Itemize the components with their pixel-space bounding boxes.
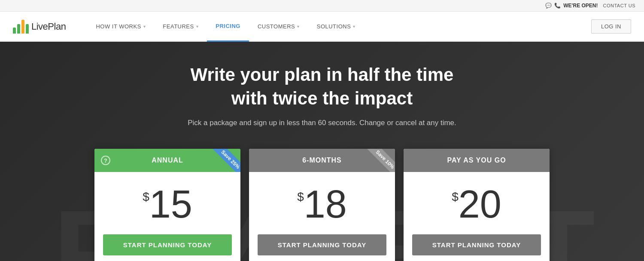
hero-subtitle: Pick a package and sign up in less than …	[188, 119, 456, 127]
logo-bar-4	[26, 24, 29, 34]
logo-text: LivePlan	[31, 21, 66, 32]
contact-us-link[interactable]: CONTACT US	[603, 3, 636, 8]
annual-header-title: ANNUAL	[152, 157, 183, 164]
card-body-annual: $ 15 START PLANNING TODAY Per month, bil…	[94, 172, 240, 261]
help-icon-annual[interactable]: ?	[101, 156, 110, 165]
pricing-card-pay-as-you-go: PAY AS YOU GO $ 20 START PLANNING TODAY …	[404, 149, 550, 261]
pay-as-you-go-header-title: PAY AS YOU GO	[447, 157, 506, 164]
nav-item-pricing[interactable]: PRICING	[207, 12, 249, 42]
login-button[interactable]: LOG IN	[591, 19, 631, 34]
six-months-start-btn[interactable]: START PLANNING TODAY	[258, 234, 386, 255]
card-body-six-months: $ 18 START PLANNING TODAY Per month, bil…	[249, 172, 395, 261]
pay-as-you-go-amount: 20	[459, 185, 501, 224]
phone-icon: 📞	[554, 3, 561, 9]
hero-section: PAYMENT Write your plan in half the time…	[0, 42, 644, 261]
card-header-pay-as-you-go: PAY AS YOU GO	[404, 149, 550, 172]
ribbon-label-annual: Save 25%	[212, 149, 240, 172]
logo[interactable]: LivePlan	[13, 20, 66, 34]
ribbon-label-six-months: Save 10%	[366, 149, 395, 172]
logo-bar-1	[13, 28, 16, 34]
open-status: 💬 📞 WE'RE OPEN!	[545, 3, 598, 9]
chevron-down-icon: ▾	[353, 24, 355, 29]
six-months-amount: 18	[304, 185, 347, 224]
card-body-pay-as-you-go: $ 20 START PLANNING TODAY Per month, bil…	[404, 172, 550, 261]
card-header-six-months: 6-MONTHS Save 10%	[249, 149, 395, 172]
annual-price: $ 15	[143, 185, 192, 224]
chevron-down-icon: ▾	[143, 24, 146, 29]
chat-icon: 💬	[545, 3, 552, 9]
six-months-price: $ 18	[297, 185, 347, 224]
logo-bar-2	[17, 24, 20, 34]
ribbon-six-months: Save 10%	[358, 149, 395, 172]
hero-headline: Write your plan in half the time with tw…	[191, 63, 454, 110]
nav-item-customers[interactable]: CUSTOMERS ▾	[249, 12, 308, 42]
annual-start-btn[interactable]: START PLANNING TODAY	[103, 234, 232, 255]
chevron-down-icon: ▾	[297, 24, 300, 29]
top-bar: 💬 📞 WE'RE OPEN! CONTACT US	[0, 0, 644, 12]
six-months-currency: $	[297, 190, 304, 204]
pay-as-you-go-currency: $	[452, 190, 459, 204]
nav-right: LOG IN	[591, 19, 631, 34]
nav-item-how-it-works[interactable]: HOW IT WORKS ▾	[87, 12, 154, 42]
nav-item-solutions[interactable]: SOLUTIONS ▾	[308, 12, 364, 42]
pricing-card-six-months: 6-MONTHS Save 10% $ 18 START PLANNING TO…	[249, 149, 395, 261]
annual-currency: $	[143, 190, 149, 204]
logo-bar-3	[21, 20, 24, 34]
six-months-header-title: 6-MONTHS	[302, 157, 342, 164]
navbar: LivePlan HOW IT WORKS ▾ FEATURES ▾ PRICI…	[0, 12, 644, 42]
logo-icon	[13, 20, 29, 34]
card-header-annual: ? ANNUAL Save 25%	[94, 149, 240, 172]
pricing-card-annual: ? ANNUAL Save 25% $ 15 START PLANNING TO…	[94, 149, 240, 261]
annual-amount: 15	[149, 185, 192, 224]
nav-links: HOW IT WORKS ▾ FEATURES ▾ PRICING CUSTOM…	[87, 12, 591, 42]
pricing-grid: ? ANNUAL Save 25% $ 15 START PLANNING TO…	[86, 149, 558, 261]
chevron-down-icon: ▾	[196, 24, 199, 29]
nav-item-features[interactable]: FEATURES ▾	[154, 12, 207, 42]
ribbon-annual: Save 25%	[204, 149, 240, 172]
pay-as-you-go-start-btn[interactable]: START PLANNING TODAY	[412, 234, 541, 255]
pay-as-you-go-price: $ 20	[452, 185, 501, 224]
